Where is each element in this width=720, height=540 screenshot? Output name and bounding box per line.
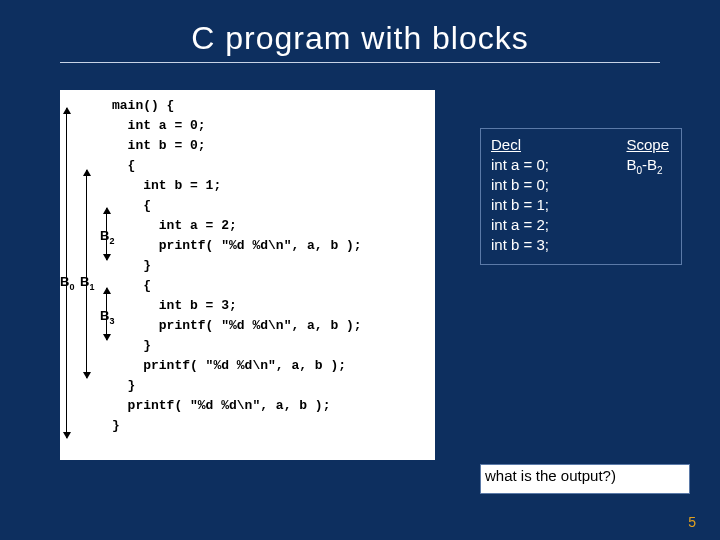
decl-row: int b = 0; xyxy=(491,176,549,193)
code-listing: main() { int a = 0; int b = 0; { int b =… xyxy=(60,90,435,440)
decl-row: int b = 3; xyxy=(491,236,549,253)
output-question-text: what is the output?) xyxy=(485,467,616,484)
decl-row: int b = 1; xyxy=(491,196,549,213)
label-b1: B1 xyxy=(80,274,94,292)
scope-header: Scope xyxy=(626,136,669,153)
label-b0: B0 xyxy=(60,274,74,292)
decl-column: Decl int a = 0; int b = 0; int b = 1; in… xyxy=(491,135,549,255)
scope-column: Scope B0-B2 xyxy=(626,135,669,181)
scope-row: B0-B2 xyxy=(626,156,662,173)
decl-row: int a = 2; xyxy=(491,216,549,233)
label-b3: B3 xyxy=(100,308,114,326)
decl-row: int a = 0; xyxy=(491,156,549,173)
page-number: 5 xyxy=(688,514,696,530)
slide-title: C program with blocks xyxy=(0,20,720,57)
title-underline xyxy=(60,62,660,63)
label-b2: B2 xyxy=(100,228,114,246)
bracket-b0 xyxy=(66,108,67,438)
decl-header: Decl xyxy=(491,136,521,153)
code-box: main() { int a = 0; int b = 0; { int b =… xyxy=(60,90,435,460)
decl-scope-box: Decl int a = 0; int b = 0; int b = 1; in… xyxy=(480,128,682,265)
slide: C program with blocks main() { int a = 0… xyxy=(0,0,720,540)
output-question-box: what is the output?) xyxy=(480,464,690,494)
